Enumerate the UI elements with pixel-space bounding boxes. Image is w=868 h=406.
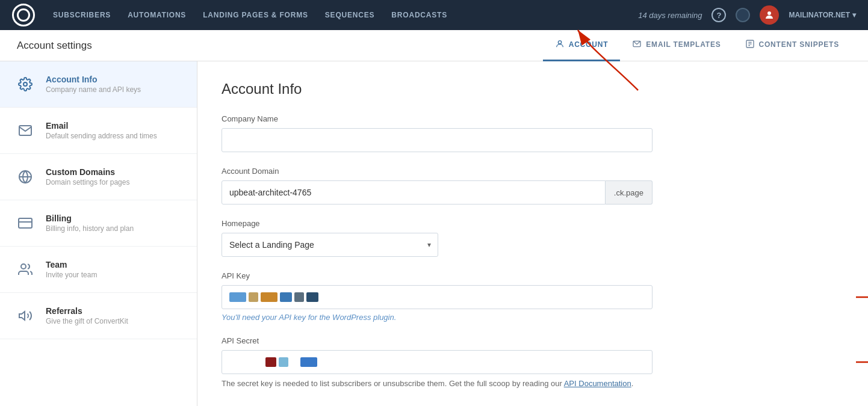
api-secret-spacer [291, 357, 298, 367]
api-key-block-2 [249, 292, 258, 302]
api-key-block-6 [306, 292, 318, 302]
api-key-block-1 [229, 292, 246, 302]
nav-logo[interactable] [12, 4, 35, 26]
api-secret-field[interactable] [222, 350, 653, 374]
company-name-group: Company Name [222, 114, 844, 152]
domain-row: .ck.page [222, 180, 653, 205]
domain-suffix: .ck.page [606, 180, 653, 205]
homepage-select[interactable]: Select a Landing Page [222, 233, 438, 257]
api-key-label: API Key [222, 271, 844, 280]
sidebar-item-billing-desc: Billing info, history and plan [46, 224, 134, 233]
sidebar-item-email-desc: Default sending address and times [46, 132, 157, 140]
nav-chevron-icon: ▾ [852, 11, 856, 19]
globe-icon [14, 166, 36, 188]
sidebar-item-custom-domains-desc: Domain settings for pages [46, 178, 129, 186]
sidebar-item-account-info-desc: Company name and API keys [46, 85, 141, 94]
nav-item-broadcasts[interactable]: BROADCASTS [391, 11, 447, 19]
svg-marker-13 [19, 312, 25, 320]
sidebar-item-custom-domains[interactable]: Custom Domains Domain settings for pages [0, 154, 197, 200]
layout: Account Info Company name and API keys E… [0, 61, 868, 406]
sidebar-item-team[interactable]: Team Invite your team [0, 247, 197, 293]
sidebar-item-email[interactable]: Email Default sending address and times [0, 108, 197, 154]
svg-point-12 [21, 264, 26, 269]
tab-account[interactable]: ACCOUNT [543, 30, 621, 61]
api-key-row [222, 285, 844, 309]
arrow-api-key [850, 288, 868, 306]
nav-notification-icon[interactable] [736, 8, 750, 22]
sidebar-item-billing-text: Billing Billing info, history and plan [46, 214, 134, 233]
api-doc-link[interactable]: API Documentation [564, 379, 631, 388]
gear-icon [14, 73, 36, 95]
api-secret-block-3 [300, 357, 317, 367]
sidebar-item-referrals[interactable]: Referrals Give the gift of ConvertKit [0, 293, 197, 339]
tab-account-label: ACCOUNT [569, 40, 609, 49]
sidebar-item-team-text: Team Invite your team [46, 260, 97, 279]
homepage-select-wrapper: Select a Landing Page ▾ [222, 233, 438, 257]
top-nav: SUBSCRIBERS AUTOMATIONS LANDING PAGES & … [0, 0, 868, 30]
homepage-group: Homepage Select a Landing Page ▾ [222, 219, 844, 257]
sidebar: Account Info Company name and API keys E… [0, 61, 197, 406]
tab-email-templates-icon [632, 39, 642, 51]
sidebar-item-referrals-desc: Give the gift of ConvertKit [46, 317, 128, 325]
api-secret-row [222, 350, 844, 374]
company-name-input[interactable] [222, 128, 653, 152]
company-name-label: Company Name [222, 114, 844, 123]
sidebar-item-custom-domains-title: Custom Domains [46, 167, 129, 177]
api-secret-block-2 [279, 357, 288, 367]
account-domain-label: Account Domain [222, 167, 844, 176]
api-key-field[interactable] [222, 285, 653, 309]
nav-logo-inner [17, 8, 30, 22]
tab-content-snippets-icon [745, 39, 755, 51]
account-domain-input[interactable] [222, 180, 606, 205]
sidebar-item-account-info[interactable]: Account Info Company name and API keys [0, 61, 197, 108]
tab-email-templates-label: EMAIL TEMPLATES [646, 40, 721, 49]
email-icon [14, 120, 36, 141]
nav-username[interactable]: MAILINATOR.NET ▾ [789, 11, 856, 19]
header-tabs: ACCOUNT EMAIL TEMPLATES CONTENT SNIPPETS [543, 30, 851, 61]
api-key-hint: You'll need your API key for the WordPre… [222, 313, 844, 322]
tab-content-snippets[interactable]: CONTENT SNIPPETS [733, 30, 851, 61]
page-header: Account settings ACCOUNT EMAIL TEMPLATES… [0, 30, 868, 61]
svg-point-7 [23, 82, 27, 86]
section-title: Account Info [222, 81, 844, 97]
tab-content-snippets-label: CONTENT SNIPPETS [759, 40, 839, 49]
tab-account-icon [555, 39, 565, 51]
sidebar-item-custom-domains-text: Custom Domains Domain settings for pages [46, 167, 129, 186]
api-key-block-5 [294, 292, 304, 302]
api-secret-hint: The secret key is needed to list subscri… [222, 378, 844, 390]
api-key-block-4 [280, 292, 292, 302]
nav-help-button[interactable]: ? [711, 8, 726, 22]
sidebar-item-team-title: Team [46, 260, 97, 269]
nav-item-landing-pages[interactable]: LANDING PAGES & FORMS [203, 11, 308, 19]
sidebar-item-email-title: Email [46, 121, 157, 131]
team-icon [14, 259, 36, 280]
nav-right: 14 days remaining ? MAILINATOR.NET ▾ [638, 5, 856, 25]
arrow-api-secret [850, 353, 868, 371]
sidebar-item-account-info-title: Account Info [46, 75, 141, 84]
sidebar-item-account-info-text: Account Info Company name and API keys [46, 75, 141, 94]
svg-rect-10 [19, 218, 32, 228]
svg-point-1 [558, 40, 561, 43]
nav-avatar[interactable] [760, 5, 779, 25]
main-content: Account Info Company Name Account Domain… [197, 61, 868, 406]
api-secret-group: API Secret The secret key is needed to l… [222, 336, 844, 390]
nav-items: SUBSCRIBERS AUTOMATIONS LANDING PAGES & … [53, 11, 620, 19]
megaphone-icon [14, 305, 36, 327]
nav-item-automations[interactable]: AUTOMATIONS [128, 11, 186, 19]
svg-point-0 [767, 11, 771, 15]
nav-trial: 14 days remaining [638, 11, 702, 20]
sidebar-item-billing-title: Billing [46, 214, 134, 223]
sidebar-item-referrals-text: Referrals Give the gift of ConvertKit [46, 306, 128, 325]
card-icon [14, 212, 36, 234]
page-title: Account settings [17, 40, 543, 52]
api-key-group: API Key You'll need your API key for the… [222, 271, 844, 322]
sidebar-item-email-text: Email Default sending address and times [46, 121, 157, 140]
nav-item-subscribers[interactable]: SUBSCRIBERS [53, 11, 111, 19]
homepage-label: Homepage [222, 219, 844, 228]
sidebar-item-billing[interactable]: Billing Billing info, history and plan [0, 200, 197, 247]
sidebar-item-referrals-title: Referrals [46, 306, 128, 316]
nav-item-sequences[interactable]: SEQUENCES [325, 11, 375, 19]
account-domain-group: Account Domain .ck.page [222, 167, 844, 205]
api-secret-block-1 [265, 357, 276, 367]
tab-email-templates[interactable]: EMAIL TEMPLATES [620, 30, 733, 61]
